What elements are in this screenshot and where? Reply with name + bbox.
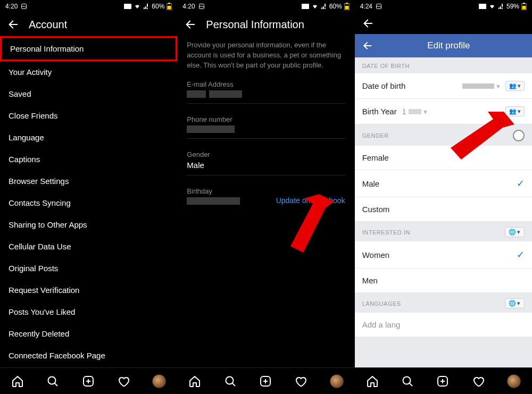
add-post-icon[interactable]	[82, 375, 95, 388]
back-arrow-icon[interactable]	[362, 18, 374, 29]
section-header-gender: GENDER	[355, 124, 532, 146]
check-icon: ✓	[517, 249, 525, 261]
menu-list: Personal Information Your Activity Saved…	[0, 36, 177, 367]
back-arrow-icon[interactable]	[185, 19, 196, 30]
svg-line-35	[410, 383, 413, 386]
menu-item-original-posts[interactable]: Original Posts	[0, 257, 177, 279]
section-header-dob: DATE OF BIRTH	[355, 57, 532, 73]
gender-toggle-icon[interactable]	[513, 130, 525, 141]
privacy-button-friends[interactable]: 👥▾	[505, 106, 525, 116]
row-interested-men[interactable]: Men	[355, 269, 532, 293]
row-interested-women[interactable]: Women ✓	[355, 241, 532, 269]
svg-line-8	[55, 383, 58, 386]
section-header-interested: INTERESTED IN 🌐▾	[355, 222, 532, 241]
menu-item-posts-youve-liked[interactable]: Posts You've Liked	[0, 301, 177, 323]
page-title: Account	[29, 19, 67, 31]
field-birthday[interactable]: Birthday Update on Facebook	[187, 187, 345, 210]
search-icon[interactable]	[46, 375, 59, 388]
add-language-input[interactable]: Add a lang	[355, 313, 532, 337]
menu-item-contacts-syncing[interactable]: Contacts Syncing	[0, 192, 177, 214]
svg-rect-26	[479, 4, 486, 9]
panel-personal-information: 4:20 60% Personal Information Provide yo…	[177, 0, 354, 394]
bottom-nav	[355, 367, 532, 394]
field-label: E-mail Address	[187, 80, 345, 88]
profile-avatar[interactable]	[507, 374, 521, 388]
status-bar: 4:24 59%	[355, 0, 532, 13]
volte-icon	[302, 4, 309, 9]
add-post-icon[interactable]	[259, 375, 272, 388]
page-title: Personal Information	[206, 19, 304, 31]
menu-item-saved[interactable]: Saved	[0, 83, 177, 105]
battery-icon	[344, 3, 350, 10]
home-icon[interactable]	[188, 375, 201, 388]
menu-item-personal-information[interactable]: Personal Information	[0, 36, 177, 61]
header: Account	[0, 13, 177, 36]
fb-header-title: Edit profile	[373, 40, 525, 51]
status-bar: 4:20 60%	[177, 0, 354, 13]
row-gender-female[interactable]: Female	[355, 146, 532, 170]
svg-line-21	[232, 383, 235, 386]
battery-icon	[521, 3, 527, 10]
wifi-icon	[311, 3, 319, 10]
fb-back-arrow-icon[interactable]	[362, 40, 373, 51]
battery-icon	[167, 3, 172, 10]
privacy-button-friends[interactable]: 👥▾	[505, 81, 525, 91]
field-gender[interactable]: Gender Male	[187, 150, 345, 175]
status-time: 4:24	[360, 3, 372, 10]
status-time: 4:20	[5, 3, 18, 10]
svg-point-34	[403, 376, 411, 384]
menu-item-browser-settings[interactable]: Browser Settings	[0, 170, 177, 192]
volte-icon	[124, 4, 131, 9]
field-value-redacted	[187, 90, 345, 98]
add-post-icon[interactable]	[436, 375, 449, 388]
menu-item-close-friends[interactable]: Close Friends	[0, 105, 177, 127]
field-phone[interactable]: Phone number	[187, 115, 345, 139]
search-icon[interactable]	[401, 375, 414, 388]
status-time: 4:20	[182, 3, 195, 10]
update-on-facebook-link[interactable]: Update on Facebook	[276, 196, 345, 205]
dob-value-redacted: ▾	[462, 82, 500, 90]
profile-avatar[interactable]	[152, 374, 166, 388]
check-icon: ✓	[517, 178, 525, 189]
row-date-of-birth[interactable]: Date of birth ▾ 👥▾	[355, 73, 532, 99]
field-label: Gender	[187, 150, 345, 158]
info-description: Provide your personal information, even …	[187, 40, 345, 71]
activity-heart-icon[interactable]	[294, 375, 307, 388]
search-icon[interactable]	[224, 375, 237, 388]
back-arrow-icon[interactable]	[7, 19, 19, 30]
menu-item-sharing-to-other-apps[interactable]: Sharing to Other Apps	[0, 214, 177, 236]
bottom-nav	[0, 367, 177, 394]
privacy-button-public[interactable]: 🌐▾	[505, 227, 525, 237]
menu-item-request-verification[interactable]: Request Verification	[0, 279, 177, 301]
menu-item-language[interactable]: Language	[0, 127, 177, 148]
profile-avatar[interactable]	[330, 374, 344, 388]
home-icon[interactable]	[11, 375, 24, 388]
field-label: Birthday	[187, 187, 345, 195]
field-value: Male	[187, 161, 345, 170]
row-gender-custom[interactable]: Custom	[355, 197, 532, 222]
activity-heart-icon[interactable]	[117, 375, 130, 388]
menu-item-captions[interactable]: Captions	[0, 148, 177, 170]
menu-item-recently-deleted[interactable]: Recently Deleted	[0, 323, 177, 345]
activity-heart-icon[interactable]	[472, 375, 485, 388]
home-icon[interactable]	[366, 375, 379, 388]
field-email[interactable]: E-mail Address	[187, 80, 345, 104]
section-header-languages: LANGUAGES 🌐▾	[355, 293, 532, 313]
row-gender-male[interactable]: Male ✓	[355, 170, 532, 197]
privacy-button-public[interactable]: 🌐▾	[505, 298, 525, 308]
header	[355, 13, 532, 34]
menu-item-your-activity[interactable]: Your Activity	[0, 61, 177, 83]
screenshot-icon	[198, 3, 205, 10]
field-value-redacted	[187, 125, 345, 133]
birthyear-value: 1▾	[402, 107, 427, 116]
menu-item-cellular-data-use[interactable]: Cellular Data Use	[0, 236, 177, 257]
row-birth-year[interactable]: Birth Year 1▾ 👥▾	[355, 99, 532, 124]
svg-point-20	[226, 376, 233, 384]
svg-rect-17	[345, 6, 348, 10]
svg-rect-30	[522, 6, 526, 10]
status-battery: 59%	[506, 3, 519, 10]
svg-rect-13	[302, 4, 309, 9]
svg-rect-5	[168, 6, 171, 10]
panel-edit-profile: 4:24 59% Edit profile DATE OF BIRTH Date…	[355, 0, 532, 394]
menu-item-connected-facebook-page[interactable]: Connected Facebook Page	[0, 345, 177, 366]
